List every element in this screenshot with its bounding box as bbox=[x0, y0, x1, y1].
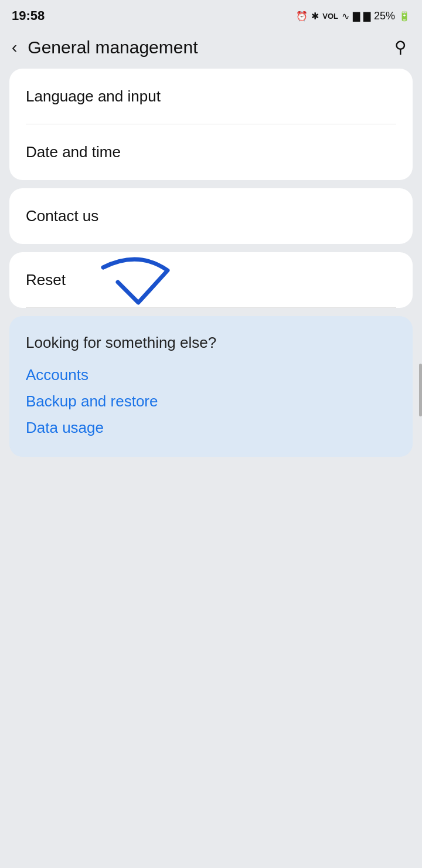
content: Language and input Date and time Contact… bbox=[0, 69, 422, 457]
suggestion-link-data-usage[interactable]: Data usage bbox=[26, 419, 396, 437]
menu-item-contact-us[interactable]: Contact us bbox=[9, 188, 413, 244]
date-time-label: Date and time bbox=[26, 143, 121, 161]
suggestion-link-backup-restore[interactable]: Backup and restore bbox=[26, 392, 396, 411]
contact-us-label: Contact us bbox=[26, 207, 98, 225]
scroll-indicator bbox=[419, 364, 422, 416]
wifi-icon: ∿ bbox=[342, 11, 349, 22]
reset-label: Reset bbox=[26, 271, 66, 289]
header-left: ‹ General management bbox=[6, 37, 198, 58]
signal-icon-1: ▇ bbox=[353, 11, 360, 22]
battery-icon: 🔋 bbox=[399, 11, 410, 22]
suggestion-card: Looking for something else? Accounts Bac… bbox=[9, 316, 413, 457]
page-title: General management bbox=[28, 38, 198, 57]
battery-percent: 25% bbox=[374, 10, 395, 22]
status-icons: ⏰ ✱ VOL ∿ ▇ ▇ 25% 🔋 bbox=[296, 10, 410, 22]
menu-item-reset[interactable]: Reset bbox=[9, 252, 413, 308]
status-time: 19:58 bbox=[12, 8, 45, 23]
back-button[interactable]: ‹ bbox=[6, 37, 23, 58]
header: ‹ General management ⚲ bbox=[0, 29, 422, 69]
search-icon: ⚲ bbox=[394, 38, 407, 56]
card-main-settings: Language and input Date and time bbox=[9, 69, 413, 180]
card-contact: Contact us bbox=[9, 188, 413, 244]
search-button[interactable]: ⚲ bbox=[390, 35, 411, 59]
menu-item-language-input[interactable]: Language and input bbox=[9, 69, 413, 124]
suggestion-title: Looking for something else? bbox=[26, 334, 396, 352]
menu-item-date-time[interactable]: Date and time bbox=[9, 124, 413, 180]
signal-icon-2: ▇ bbox=[363, 11, 370, 22]
status-bar: 19:58 ⏰ ✱ VOL ∿ ▇ ▇ 25% 🔋 bbox=[0, 0, 422, 29]
language-input-label: Language and input bbox=[26, 87, 161, 105]
suggestion-link-accounts[interactable]: Accounts bbox=[26, 366, 396, 384]
volte-icon: VOL bbox=[322, 12, 338, 21]
bluetooth-icon: ✱ bbox=[311, 11, 319, 22]
card-reset: Reset bbox=[9, 252, 413, 308]
alarm-icon: ⏰ bbox=[296, 11, 308, 22]
